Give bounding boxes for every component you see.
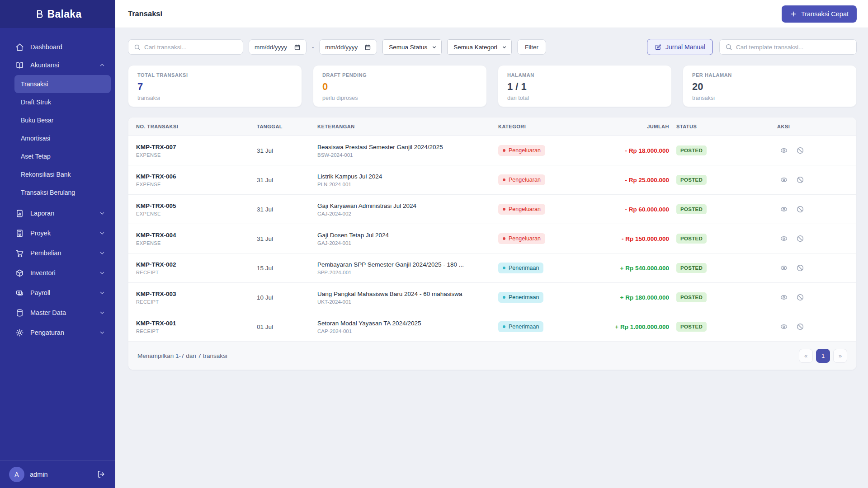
sidebar-item-dashboard[interactable]: Dashboard <box>0 38 115 56</box>
page-1-button[interactable]: 1 <box>816 349 830 363</box>
sidebar-item-akuntansi[interactable]: Akuntansi <box>0 56 115 74</box>
stat-label: PER HALAMAN <box>692 72 847 78</box>
calendar-icon[interactable] <box>364 44 371 51</box>
transaction-desc: Setoran Modal Yayasan TA 2024/2025 <box>317 320 496 327</box>
sidebar-item-label: Dashboard <box>30 43 62 51</box>
void-button[interactable] <box>796 146 804 155</box>
view-button[interactable] <box>780 146 788 155</box>
view-button[interactable] <box>780 264 788 272</box>
view-button[interactable] <box>780 176 788 184</box>
topbar: Transaksi Transaksi Cepat <box>115 0 868 28</box>
transaction-ref: SPP-2024-001 <box>317 270 496 275</box>
table-row[interactable]: KMP-TRX-005EXPENSE 31 Jul Gaji Karyawan … <box>128 195 856 224</box>
filter-button[interactable]: Filter <box>517 39 546 55</box>
col-tanggal: TANGGAL <box>255 124 316 129</box>
void-button[interactable] <box>796 323 804 331</box>
sidebar-item-proyek[interactable]: Proyek <box>0 223 115 243</box>
jurnal-manual-button[interactable]: Jurnal Manual <box>647 39 713 55</box>
report-icon <box>15 209 24 218</box>
status-badge: POSTED <box>676 175 707 185</box>
transaksi-cepat-button[interactable]: Transaksi Cepat <box>782 5 857 23</box>
category-label: Penerimaan <box>509 324 539 330</box>
prev-page-button[interactable]: « <box>799 349 813 363</box>
sidebar-item-laporan[interactable]: Laporan <box>0 203 115 223</box>
void-button[interactable] <box>796 264 804 272</box>
eye-icon <box>780 323 788 331</box>
sidebar-item-inventori[interactable]: Inventori <box>0 263 115 283</box>
table-row[interactable]: KMP-TRX-007EXPENSE 31 Jul Beasiswa Prest… <box>128 136 856 165</box>
category-select[interactable]: Semua Kategori <box>447 39 512 55</box>
sidebar-item-payroll[interactable]: Payroll <box>0 283 115 303</box>
stat-sub: dari total <box>507 95 662 101</box>
sub-item-label: Amortisasi <box>21 135 50 142</box>
date-to-input[interactable]: mm/dd/yyyy <box>319 39 377 55</box>
transaction-type: EXPENSE <box>136 211 255 216</box>
category-select-value: Semua Kategori <box>453 44 497 51</box>
sidebar-item-master-data[interactable]: Master Data <box>0 303 115 323</box>
void-button[interactable] <box>796 176 804 184</box>
search-input[interactable] <box>144 44 237 51</box>
view-button[interactable] <box>780 235 788 243</box>
void-button[interactable] <box>796 235 804 243</box>
chevron-down-icon <box>99 210 105 216</box>
sidebar-item-transaksi-berulang[interactable]: Transaksi Berulang <box>14 183 111 202</box>
ban-icon <box>796 323 804 331</box>
transaction-ref: BSW-2024-001 <box>317 152 496 158</box>
void-button[interactable] <box>796 293 804 301</box>
eye-icon <box>780 264 788 272</box>
home-icon <box>15 43 24 52</box>
col-kategori: KATEGORI <box>496 124 580 129</box>
transaction-type: RECEIPT <box>136 299 255 305</box>
view-button[interactable] <box>780 323 788 331</box>
sidebar-item-draft-struk[interactable]: Draft Struk <box>14 93 111 111</box>
date-from-input[interactable]: mm/dd/yyyy <box>249 39 307 55</box>
col-jumlah: JUMLAH <box>580 124 675 129</box>
badge-dot <box>503 208 505 211</box>
transaction-no: KMP-TRX-004 <box>136 232 255 239</box>
button-label: Jurnal Manual <box>665 43 705 51</box>
category-badge: Pengeluaran <box>498 233 545 244</box>
chevron-down-icon <box>99 310 105 316</box>
eye-icon <box>780 205 788 213</box>
sidebar-item-amortisasi[interactable]: Amortisasi <box>14 129 111 147</box>
void-button[interactable] <box>796 205 804 213</box>
table-footer: Menampilkan 1-7 dari 7 transaksi « 1 » <box>128 342 856 370</box>
stat-value: 0 <box>322 81 477 93</box>
stat-value: 1 / 1 <box>507 81 662 93</box>
template-search-input[interactable] <box>736 44 851 51</box>
stat-draft-pending: DRAFT PENDING 0 perlu diproses <box>313 65 487 107</box>
calendar-icon[interactable] <box>294 44 301 51</box>
status-badge: POSTED <box>676 292 707 302</box>
logout-button[interactable] <box>97 470 105 479</box>
view-button[interactable] <box>780 205 788 213</box>
button-label: Transaksi Cepat <box>801 10 849 18</box>
table-row[interactable]: KMP-TRX-006EXPENSE 31 Jul Listrik Kampus… <box>128 165 856 195</box>
sidebar-item-buku-besar[interactable]: Buku Besar <box>14 111 111 129</box>
book-open-icon <box>15 61 24 70</box>
sidebar-item-aset-tetap[interactable]: Aset Tetap <box>14 147 111 165</box>
search-icon <box>725 43 732 51</box>
table-row[interactable]: KMP-TRX-003RECEIPT 10 Jul Uang Pangkal M… <box>128 283 856 312</box>
sidebar-item-pembelian[interactable]: Pembelian <box>0 243 115 263</box>
col-no-transaksi: NO. TRANSAKSI <box>128 124 255 129</box>
sidebar-item-pengaturan[interactable]: Pengaturan <box>0 323 115 343</box>
transaction-date: 15 Jul <box>255 265 316 272</box>
table-row[interactable]: KMP-TRX-001RECEIPT 01 Jul Setoran Modal … <box>128 312 856 342</box>
category-label: Pengeluaran <box>509 206 541 212</box>
next-page-button[interactable]: » <box>833 349 847 363</box>
category-badge: Pengeluaran <box>498 145 545 156</box>
transaction-desc: Listrik Kampus Jul 2024 <box>317 173 496 180</box>
status-select[interactable]: Semua Status <box>382 39 442 55</box>
view-button[interactable] <box>780 293 788 301</box>
table-row[interactable]: KMP-TRX-002RECEIPT 15 Jul Pembayaran SPP… <box>128 253 856 283</box>
sidebar-item-rekonsiliasi-bank[interactable]: Rekonsiliasi Bank <box>14 165 111 183</box>
badge-dot <box>503 267 505 269</box>
transaction-date: 31 Jul <box>255 206 316 213</box>
sidebar-item-transaksi[interactable]: Transaksi <box>14 75 111 93</box>
transaction-no: KMP-TRX-003 <box>136 291 255 297</box>
transactions-table: NO. TRANSAKSI TANGGAL KETERANGAN KATEGOR… <box>128 117 857 370</box>
table-row[interactable]: KMP-TRX-004EXPENSE 31 Jul Gaji Dosen Tet… <box>128 224 856 253</box>
stat-sub: transaksi <box>137 95 292 101</box>
banknote-icon <box>15 289 24 297</box>
balaka-logo-icon <box>34 9 45 19</box>
